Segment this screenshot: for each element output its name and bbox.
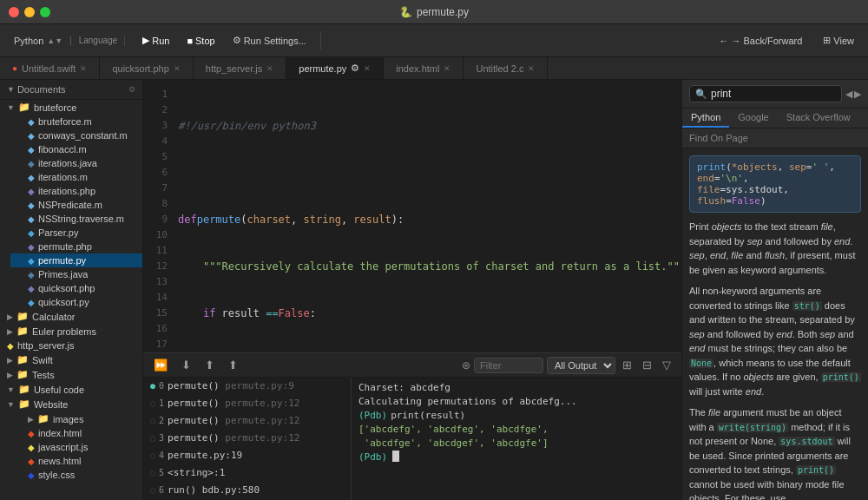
sidebar-item-primes[interactable]: ◆ Primes.java [10,267,142,281]
tab-settings-icon[interactable]: ⚙ [351,62,359,74]
tab-close-icon[interactable]: ✕ [266,64,273,73]
tab-close-icon[interactable]: ✕ [444,64,450,73]
sidebar-item-javascript-js[interactable]: ◆ javascript.js [10,440,142,454]
folder-label: Swift [32,355,53,365]
tab-label: permute.py [299,63,346,74]
sidebar-item-bruteforce-m[interactable]: ◆ bruteforce.m [10,115,142,128]
output-line-3: (Pdb) print(result) [358,409,674,423]
back-forward-button[interactable]: ← → Back/Forward [712,32,809,49]
output-select[interactable]: All Output [547,357,615,374]
main-layout: ▼ Documents ⚙ ▼ 📁 bruteforce ◆ bruteforc… [0,80,868,500]
stack-frame-0[interactable]: ● 0 permute() permute.py:9 [143,378,351,395]
sidebar-item-nspredicate[interactable]: ◆ NSPredicate.m [10,198,142,212]
search-prev-button[interactable]: ◀ [845,89,852,100]
sidebar-item-bruteforce[interactable]: ▼ 📁 bruteforce [0,100,142,115]
stack-frame-6[interactable]: ○ 6 run() bdb.py:580 [143,482,351,499]
sidebar-item-useful-code[interactable]: ▼ 📁 Useful code [0,382,142,397]
scheme-selector[interactable]: Python ▲▼ [14,36,62,46]
sidebar-item-style-css[interactable]: ◆ style.css [10,468,142,482]
file-icon: ◆ [28,173,35,182]
debug-step-into-button[interactable]: ⬇ [178,357,194,373]
tab-untitled-c[interactable]: Untitled 2.c ✕ [464,57,548,80]
code-content[interactable]: #!/usr/bin/env python3 def permute(chars… [171,80,681,352]
sidebar-item-quicksort-php[interactable]: ◆ quicksort.php [10,281,142,295]
stack-frame-1[interactable]: ○ 1 permute() permute.py:12 [143,395,351,412]
split-view-button[interactable]: ⊟ [639,357,655,373]
line-numbers: 1 2 3 4 5 6 7 8 9 10 11 12 13 14 15 16 1… [143,80,171,352]
sidebar-item-permute-py[interactable]: ◆ permute.py [10,253,142,267]
sidebar-item-images[interactable]: ▶ 📁 images [10,411,142,426]
sidebar-item-tests[interactable]: ▶ 📁 Tests [0,367,142,382]
find-on-page-bar: Find On Page [682,128,868,148]
sidebar-item-nsstring[interactable]: ◆ NSString.traverse.m [10,212,142,226]
sidebar-item-news-html[interactable]: ◆ news.html [10,454,142,468]
tab-close-icon[interactable]: ✕ [174,64,181,73]
tab-untitled-swift[interactable]: ● Untitled.swift ✕ [0,57,100,80]
sidebar-item-calculator[interactable]: ▶ 📁 Calculator [0,309,142,324]
tab-http-server-js[interactable]: http_server.js ✕ [194,57,286,80]
minimize-button[interactable] [24,7,35,17]
collapse-arrow-icon: ▼ [7,85,15,94]
file-label: Primes.java [38,269,88,280]
code-line-1: #!/usr/bin/env python3 [178,118,674,134]
stack-frame-4[interactable]: ○ 4 permute.py:19 [143,447,351,464]
sidebar-item-fibonacci[interactable]: ◆ fibonaccl.m [10,142,142,156]
file-label: bruteforce.m [38,116,92,127]
sidebar-item-swift[interactable]: ▶ 📁 Swift [0,352,142,367]
clear-output-button[interactable]: ⊞ [619,357,635,373]
run-settings-button[interactable]: ⚙ Run Settings... [226,31,313,49]
tab-index-html[interactable]: index.html ✕ [384,57,464,80]
code-line-3: def permute(charset, string, result): [178,212,674,227]
folder-icon: 📁 [18,398,30,410]
stack-frame-5[interactable]: ○ 5 <string>:1 [143,464,351,482]
output-line-6: (Pdb) [358,451,674,464]
sidebar-item-permute-php[interactable]: ◆ permute.php [10,240,142,253]
file-icon: ◆ [28,117,35,127]
sidebar-item-website[interactable]: ▼ 📁 Website [0,397,142,411]
sidebar-item-quicksort-py[interactable]: ◆ quicksort.py [10,295,142,309]
tab-close-icon[interactable]: ✕ [528,64,535,73]
code-editor[interactable]: 1 2 3 4 5 6 7 8 9 10 11 12 13 14 15 16 1… [143,80,681,352]
stack-frame-2[interactable]: ○ 2 permute() permute.py:12 [143,412,351,430]
file-label: NSString.traverse.m [38,214,124,224]
close-button[interactable] [9,7,19,17]
tab-close-icon[interactable]: ✕ [364,64,371,73]
sidebar-item-iterations-java[interactable]: ◆ iterations.java [10,156,142,170]
sidebar-item-iterations-php[interactable]: ◆ iterations.php [10,184,142,198]
expand-button[interactable]: ▽ [659,357,674,373]
debug-continue-button[interactable]: ⬆ [225,357,241,373]
sidebar-item-http-server[interactable]: ◆ http_server.js [0,339,142,352]
file-icon: ◆ [28,443,35,452]
sidebar-item-conways[interactable]: ◆ conways_constant.m [10,128,142,142]
tab-quicksort-php[interactable]: quicksort.php ✕ [100,57,193,80]
file-icon: ◆ [28,298,35,307]
tab-close-icon[interactable]: ✕ [80,64,87,73]
filter-input[interactable] [474,358,543,373]
sidebar-item-parser[interactable]: ◆ Parser.py [10,226,142,240]
tab-permute-py[interactable]: permute.py ⚙ ✕ [286,57,384,80]
find-on-page-label[interactable]: Find On Page [689,133,748,143]
search-input-wrap: 🔍 [689,85,842,102]
stack-frame-3[interactable]: ○ 3 permute() permute.py:12 [143,430,351,447]
file-label: style.css [38,470,75,480]
frame-index: 1 [159,397,164,411]
sidebar-header[interactable]: ▼ Documents ⚙ [0,80,142,100]
frame-index: 3 [159,431,164,445]
stop-button[interactable]: ■ Stop [180,32,221,49]
search-next-button[interactable]: ▶ [854,89,861,100]
file-label: quicksort.py [38,297,89,307]
run-button[interactable]: ▶ Run [135,31,176,49]
sidebar-item-index-html[interactable]: ◆ index.html [10,426,142,440]
debug-step-over-button[interactable]: ⏩ [150,357,171,373]
doc-tab-python[interactable]: Python [682,109,729,128]
doc-search-input[interactable] [711,88,836,100]
output-panel[interactable]: Charset: abcdefg Calculating permutation… [352,378,681,500]
doc-tab-stackoverflow[interactable]: Stack Overflow [778,109,859,128]
sidebar-settings-icon[interactable]: ⚙ [128,85,135,94]
sidebar-item-euler[interactable]: ▶ 📁 Euler problems [0,324,142,339]
view-button[interactable]: ⊞ View [816,31,861,49]
sidebar-item-iterations-m[interactable]: ◆ iterations.m [10,170,142,184]
debug-step-out-button[interactable]: ⬆ [201,357,218,373]
maximize-button[interactable] [40,7,50,17]
doc-tab-google[interactable]: Google [729,109,777,128]
